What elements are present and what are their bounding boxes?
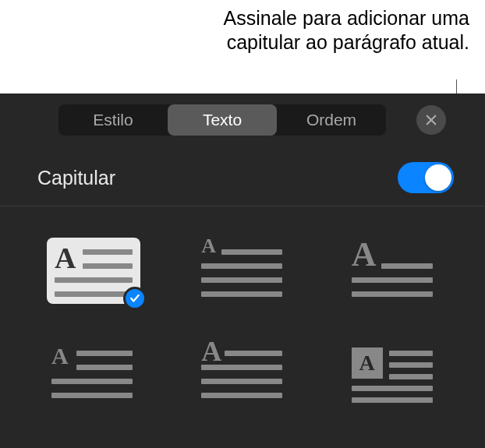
format-panel: Estilo Texto Ordem Capitular A	[0, 93, 485, 448]
dropcap-style-5[interactable]: A	[196, 343, 290, 409]
capitular-section-header: Capitular	[0, 146, 485, 206]
tab-ordem[interactable]: Ordem	[277, 104, 386, 136]
dropcap-style-1[interactable]: A	[47, 238, 140, 304]
close-icon	[424, 113, 438, 127]
dropcap-preview-icon: A	[196, 343, 290, 409]
dropcap-style-6[interactable]: A	[347, 343, 441, 409]
callout-text: Assinale para adicionar uma capitular ao…	[181, 6, 469, 55]
dropcap-preview-icon: A	[196, 238, 290, 304]
dropcap-style-4[interactable]: A	[47, 343, 140, 409]
selected-check-badge	[123, 287, 147, 310]
dropcap-styles-grid: A A A	[0, 206, 485, 425]
tab-bar: Estilo Texto Ordem	[0, 93, 485, 146]
check-icon	[129, 293, 140, 304]
dropcap-style-3[interactable]: A	[347, 238, 441, 304]
dropcap-preview-icon: A	[347, 343, 441, 409]
close-button[interactable]	[416, 105, 446, 135]
dropcap-preview-icon: A	[347, 238, 441, 304]
capitular-label: Capitular	[37, 167, 115, 189]
capitular-toggle[interactable]	[398, 162, 454, 193]
dropcap-preview-icon: A	[47, 343, 140, 409]
tab-estilo[interactable]: Estilo	[58, 104, 168, 136]
dropcap-style-2[interactable]: A	[196, 238, 290, 304]
toggle-knob	[425, 164, 451, 191]
tab-texto[interactable]: Texto	[168, 104, 277, 136]
tab-group: Estilo Texto Ordem	[58, 104, 386, 136]
